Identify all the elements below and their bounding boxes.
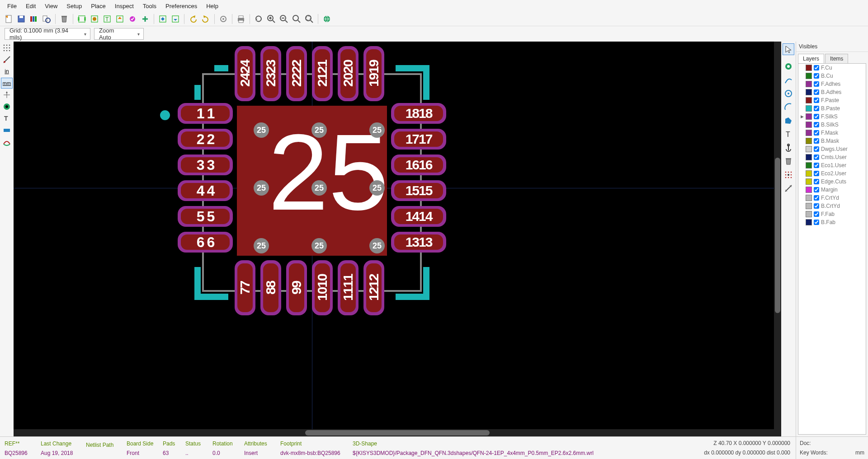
zoom-selector[interactable]: Zoom Auto ▾: [94, 28, 144, 40]
units-inches-button[interactable]: in: [1, 66, 13, 77]
layer-row-B.Cu[interactable]: B.Cu: [798, 72, 866, 80]
redo-button[interactable]: [200, 13, 212, 25]
zoom-out-button[interactable]: [278, 13, 290, 25]
layer-color-swatch[interactable]: [806, 219, 812, 225]
add-pad-button[interactable]: [139, 13, 151, 25]
load-footprint-button[interactable]: [114, 13, 126, 25]
layer-color-swatch[interactable]: [806, 187, 812, 193]
layer-row-F.Cu[interactable]: F.Cu: [798, 64, 866, 72]
pad-props-button[interactable]: [89, 13, 100, 25]
layer-visibility-checkbox[interactable]: [814, 89, 819, 95]
layer-color-swatch[interactable]: [806, 65, 812, 71]
layer-visibility-checkbox[interactable]: [814, 195, 819, 201]
layer-row-Margin[interactable]: Margin: [798, 186, 866, 194]
menu-setup[interactable]: Setup: [62, 1, 86, 11]
layer-visibility-checkbox[interactable]: [814, 65, 819, 70]
delete-tool-button[interactable]: [783, 155, 794, 167]
menu-tools[interactable]: Tools: [138, 1, 161, 11]
layer-color-swatch[interactable]: [806, 113, 812, 120]
refresh-button[interactable]: [253, 13, 264, 25]
layer-row-Edge.Cuts[interactable]: Edge.Cuts: [798, 178, 866, 186]
layer-visibility-checkbox[interactable]: [814, 220, 819, 225]
select-tool-button[interactable]: [783, 43, 794, 55]
menu-file[interactable]: File: [3, 1, 21, 11]
layer-color-swatch[interactable]: [806, 162, 812, 169]
layer-visibility-checkbox[interactable]: [814, 179, 819, 184]
layer-visibility-checkbox[interactable]: [814, 122, 819, 127]
place-arc-button[interactable]: [783, 101, 794, 113]
place-circle-button[interactable]: [783, 88, 794, 99]
menu-place[interactable]: Place: [86, 1, 110, 11]
layer-row-Dwgs.User[interactable]: Dwgs.User: [798, 145, 866, 153]
zoom-in-button[interactable]: [265, 13, 277, 25]
insert-footprint-button[interactable]: [157, 13, 169, 25]
delete-button[interactable]: [58, 13, 70, 25]
layer-visibility-checkbox[interactable]: [814, 211, 819, 217]
place-line-button[interactable]: [783, 74, 794, 86]
layer-color-swatch[interactable]: [806, 203, 812, 209]
text-fill-button[interactable]: T: [1, 113, 13, 124]
place-pad-button[interactable]: [783, 61, 794, 72]
place-text-button[interactable]: T: [783, 128, 794, 140]
layer-color-swatch[interactable]: [806, 122, 812, 128]
canvas[interactable]: 25 252525252525252525 1 12 23 34 45 56 6…: [14, 42, 781, 436]
layer-row-F.SilkS[interactable]: ▶ F.SilkS: [798, 112, 866, 121]
layer-visibility-checkbox[interactable]: [814, 73, 819, 79]
layer-row-F.Paste[interactable]: F.Paste: [798, 96, 866, 104]
layer-color-swatch[interactable]: [806, 138, 812, 144]
layer-visibility-checkbox[interactable]: [814, 130, 819, 136]
layer-color-swatch[interactable]: [806, 97, 812, 103]
3d-viewer-button[interactable]: [321, 13, 333, 25]
check-footprint-button[interactable]: [127, 13, 138, 25]
layer-row-Eco1.User[interactable]: Eco1.User: [798, 161, 866, 169]
text-props-button[interactable]: T: [101, 13, 113, 25]
layer-visibility-checkbox[interactable]: [814, 163, 819, 168]
layer-visibility-checkbox[interactable]: [814, 155, 819, 160]
browse-library-button[interactable]: [41, 13, 52, 25]
layer-color-swatch[interactable]: [806, 105, 812, 112]
layer-visibility-checkbox[interactable]: [814, 203, 819, 209]
layer-visibility-checkbox[interactable]: [814, 138, 819, 144]
layer-visibility-checkbox[interactable]: [814, 187, 819, 192]
layer-row-B.Adhes[interactable]: B.Adhes: [798, 88, 866, 96]
save-footprint-button[interactable]: [15, 13, 27, 25]
grid-origin-button[interactable]: [783, 169, 794, 181]
grid-selector[interactable]: Grid: 0.1000 mm (3.94 mils) ▾: [5, 28, 90, 40]
layer-color-swatch[interactable]: [806, 130, 812, 136]
layer-color-swatch[interactable]: [806, 195, 812, 201]
layer-color-swatch[interactable]: [806, 89, 812, 95]
graphic-fill-button[interactable]: [1, 125, 13, 136]
layer-color-swatch[interactable]: [806, 146, 812, 152]
layer-row-B.Fab[interactable]: B.Fab: [798, 218, 866, 226]
zoom-fit-button[interactable]: [291, 13, 302, 25]
units-mm-button[interactable]: mm: [1, 78, 13, 89]
menu-help[interactable]: Help: [202, 1, 223, 11]
menu-view[interactable]: View: [40, 1, 62, 11]
layer-row-B.Mask[interactable]: B.Mask: [798, 137, 866, 145]
layer-color-swatch[interactable]: [806, 211, 812, 217]
layer-row-F.Adhes[interactable]: F.Adhes: [798, 80, 866, 88]
layer-color-swatch[interactable]: [806, 73, 812, 79]
place-anchor-button[interactable]: [783, 142, 794, 154]
layer-row-Eco2.User[interactable]: Eco2.User: [798, 169, 866, 178]
layer-row-B.Paste[interactable]: B.Paste: [798, 104, 866, 112]
library-button[interactable]: [28, 13, 40, 25]
layer-color-swatch[interactable]: [806, 154, 812, 160]
new-footprint-button[interactable]: [3, 13, 14, 25]
export-footprint-button[interactable]: [170, 13, 181, 25]
footprint-props-button[interactable]: [76, 13, 88, 25]
layer-row-B.SilkS[interactable]: B.SilkS: [798, 121, 866, 129]
settings-button[interactable]: [217, 13, 229, 25]
tab-layers[interactable]: Layers: [798, 54, 824, 63]
layer-visibility-checkbox[interactable]: [814, 146, 819, 152]
layer-visibility-checkbox[interactable]: [814, 114, 819, 119]
layer-row-F.Fab[interactable]: F.Fab: [798, 210, 866, 218]
layer-color-swatch[interactable]: [806, 170, 812, 177]
menu-inspect[interactable]: Inspect: [110, 1, 138, 11]
grid-toggle-button[interactable]: [1, 42, 13, 53]
undo-button[interactable]: [187, 13, 199, 25]
contrast-mode-button[interactable]: [1, 136, 13, 147]
layer-color-swatch[interactable]: [806, 178, 812, 185]
measure-tool-button[interactable]: [783, 183, 794, 194]
layer-row-F.CrtYd[interactable]: F.CrtYd: [798, 194, 866, 202]
